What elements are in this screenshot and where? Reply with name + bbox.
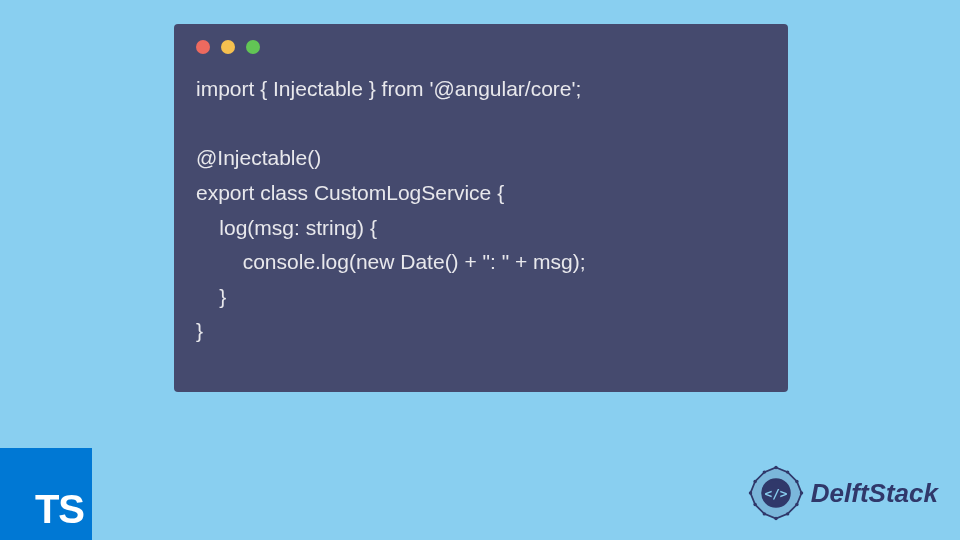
brand-name: DelftStack <box>811 478 938 509</box>
svg-point-7 <box>800 491 803 494</box>
svg-point-14 <box>753 480 756 483</box>
maximize-icon <box>246 40 260 54</box>
code-line: @Injectable() <box>196 146 321 169</box>
close-icon <box>196 40 210 54</box>
svg-point-8 <box>795 503 798 506</box>
svg-point-15 <box>763 470 766 473</box>
code-line: } <box>196 319 203 342</box>
svg-point-4 <box>774 466 777 469</box>
svg-point-12 <box>753 503 756 506</box>
typescript-label: TS <box>35 487 84 532</box>
svg-point-5 <box>786 470 789 473</box>
code-content: import { Injectable } from '@angular/cor… <box>174 54 788 367</box>
svg-text:</>: </> <box>764 486 787 501</box>
svg-point-9 <box>786 512 789 515</box>
code-line: export class CustomLogService { <box>196 181 504 204</box>
brand-container: </> DelftStack <box>747 464 938 522</box>
svg-point-13 <box>749 491 752 494</box>
window-controls <box>174 24 788 54</box>
code-line: console.log(new Date() + ": " + msg); <box>196 250 586 273</box>
code-line: } <box>196 285 226 308</box>
delftstack-logo-icon: </> <box>747 464 805 522</box>
code-line: log(msg: string) { <box>196 216 377 239</box>
code-window: import { Injectable } from '@angular/cor… <box>174 24 788 392</box>
svg-point-11 <box>763 512 766 515</box>
typescript-badge: TS <box>0 448 92 540</box>
code-line: import { Injectable } from '@angular/cor… <box>196 77 581 100</box>
svg-point-6 <box>795 480 798 483</box>
svg-point-10 <box>774 517 777 520</box>
minimize-icon <box>221 40 235 54</box>
